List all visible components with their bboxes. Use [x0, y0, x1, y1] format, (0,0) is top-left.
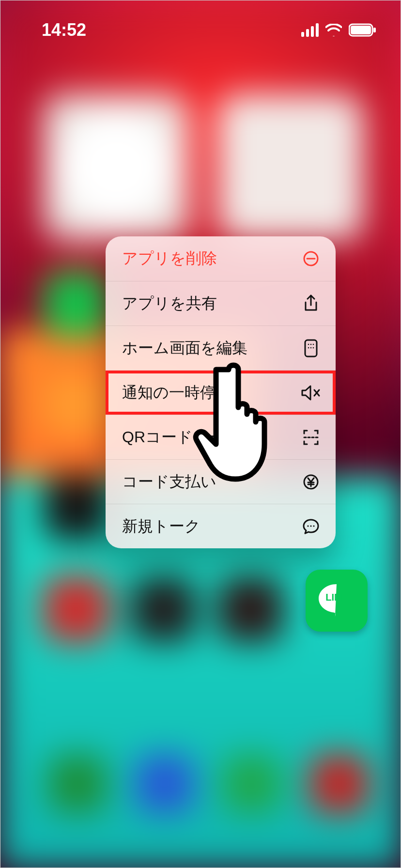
svg-text:LINE: LINE [325, 592, 348, 603]
menu-item-code-payment[interactable]: コード支払い [106, 459, 336, 504]
svg-point-10 [310, 347, 312, 348]
app-context-menu: アプリを削除 アプリを共有 ホーム画面を編集 [106, 236, 336, 548]
minus-circle-icon [301, 248, 321, 269]
chat-icon [301, 516, 321, 537]
menu-item-label: アプリを共有 [122, 293, 217, 314]
menu-item-label: QRコードリーダー [122, 427, 256, 448]
menu-item-pause-notifications[interactable]: 通知の一時停止 [106, 370, 336, 415]
menu-item-new-talk[interactable]: 新規トーク [106, 504, 336, 548]
status-bar: 14:52 [0, 0, 401, 53]
menu-item-label: ホーム画面を編集 [122, 338, 247, 359]
menu-item-label: 新規トーク [122, 516, 200, 537]
menu-item-edit-home[interactable]: ホーム画面を編集 [106, 326, 336, 370]
svg-point-6 [308, 343, 309, 345]
svg-point-8 [313, 343, 314, 345]
share-icon [301, 294, 321, 314]
svg-point-7 [310, 343, 312, 345]
cellular-icon [301, 23, 319, 37]
svg-point-15 [310, 525, 311, 527]
battery-icon [349, 23, 377, 37]
svg-point-16 [313, 525, 314, 527]
home-screen: 14:52 アプリを削除 [0, 0, 401, 868]
yen-circle-icon [301, 472, 321, 492]
svg-point-9 [308, 347, 309, 348]
mute-icon [301, 383, 321, 403]
svg-point-11 [313, 347, 314, 348]
svg-point-14 [307, 525, 308, 527]
menu-item-label: コード支払い [122, 471, 216, 493]
edit-home-icon [301, 338, 321, 358]
menu-item-qr-reader[interactable]: QRコードリーダー [106, 415, 336, 459]
svg-rect-1 [351, 26, 371, 34]
menu-item-remove-app[interactable]: アプリを削除 [106, 236, 336, 281]
menu-item-label: 通知の一時停止 [122, 382, 231, 403]
menu-item-label: アプリを削除 [122, 248, 217, 269]
scan-icon [301, 427, 321, 448]
svg-rect-2 [373, 28, 376, 32]
line-app-icon[interactable]: LINE [306, 570, 368, 632]
menu-item-share-app[interactable]: アプリを共有 [106, 281, 336, 326]
status-indicators [301, 23, 377, 37]
status-time: 14:52 [42, 20, 86, 40]
wifi-icon [325, 24, 342, 36]
